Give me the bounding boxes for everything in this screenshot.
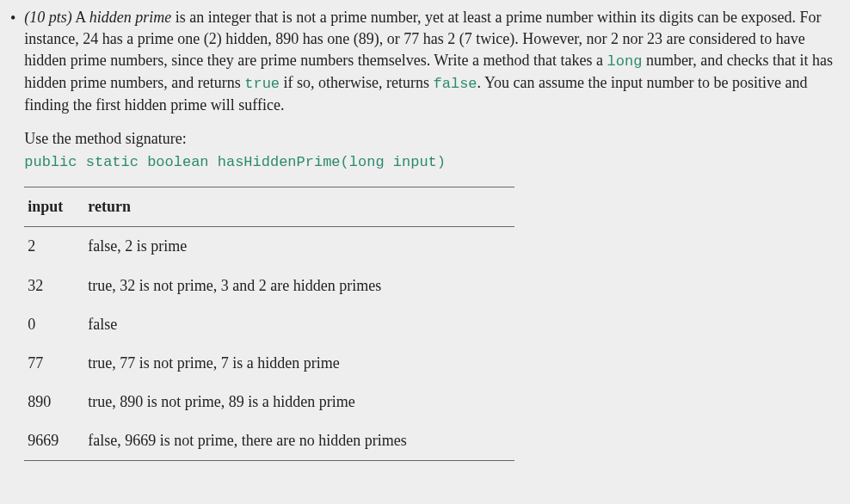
cell-return: false, 2 is prime: [84, 227, 514, 267]
method-signature: public static boolean hasHiddenPrime(lon…: [24, 152, 843, 173]
cell-input: 890: [24, 383, 84, 421]
problem-body: (10 pts) A hidden prime is an integer th…: [24, 7, 843, 461]
problem-description: (10 pts) A hidden prime is an integer th…: [24, 7, 843, 116]
problem-container: • (10 pts) A hidden prime is an integer …: [10, 7, 843, 461]
points-label: (10 pts): [24, 9, 72, 26]
table-header-row: input return: [24, 187, 514, 227]
cell-input: 32: [24, 267, 84, 305]
cell-return: false: [84, 305, 514, 344]
header-return: return: [84, 187, 514, 227]
table-row: 0 false: [24, 305, 514, 344]
description-part3: if so, otherwise, returns: [280, 74, 433, 91]
cell-return: true, 890 is not prime, 89 is a hidden p…: [84, 383, 514, 421]
table-row: 9669 false, 9669 is not prime, there are…: [24, 421, 514, 461]
table-row: 2 false, 2 is prime: [24, 227, 514, 267]
cell-input: 0: [24, 305, 84, 344]
cell-return: true, 32 is not prime, 3 and 2 are hidde…: [84, 267, 514, 305]
code-false: false: [434, 76, 477, 92]
header-input: input: [24, 187, 84, 227]
cell-input: 2: [24, 227, 84, 267]
cell-return: false, 9669 is not prime, there are no h…: [84, 421, 514, 461]
term-hidden-prime: hidden prime: [89, 9, 171, 26]
code-true: true: [244, 76, 280, 92]
cell-input: 77: [24, 344, 84, 383]
table-row: 890 true, 890 is not prime, 89 is a hidd…: [24, 383, 514, 421]
bullet-point: •: [10, 8, 15, 461]
table-row: 32 true, 32 is not prime, 3 and 2 are hi…: [24, 267, 514, 305]
intro-text: A: [72, 9, 89, 26]
cell-input: 9669: [24, 421, 84, 461]
signature-intro: Use the method signature:: [24, 128, 843, 150]
cell-return: true, 77 is not prime, 7 is a hidden pri…: [84, 344, 514, 383]
examples-table: input return 2 false, 2 is prime 32 true…: [24, 187, 514, 461]
code-long: long: [607, 53, 643, 70]
table-row: 77 true, 77 is not prime, 7 is a hidden …: [24, 344, 514, 383]
